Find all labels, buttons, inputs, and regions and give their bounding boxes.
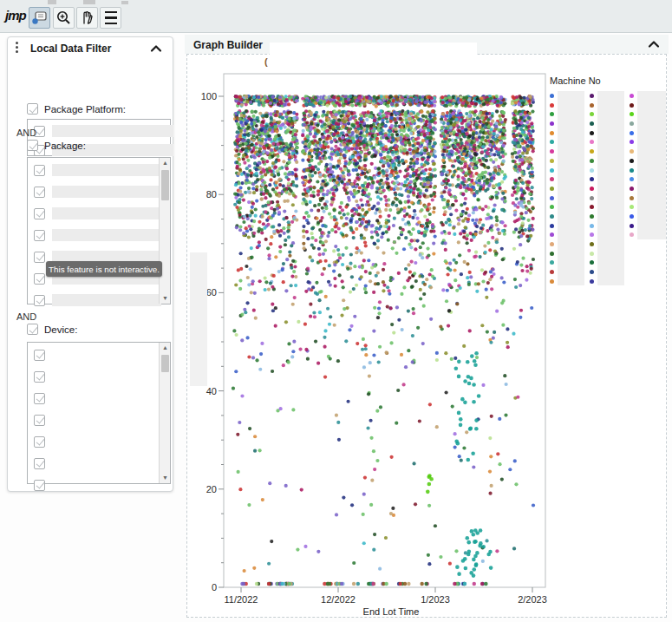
filter-value-checkbox[interactable] — [34, 458, 45, 469]
legend-color-dot — [590, 94, 594, 98]
scrollbar-thumb[interactable] — [161, 170, 169, 200]
legend-color-dot — [590, 214, 594, 219]
y-axis-label-redaction — [190, 252, 207, 386]
filter-value-checkbox[interactable] — [34, 350, 45, 361]
redacted-legend-label — [597, 128, 624, 138]
legend-color-dot — [590, 279, 594, 284]
collapse-chevron-icon[interactable] — [150, 44, 162, 53]
legend-color-dot — [630, 224, 634, 228]
x-tick-label: 2/2023 — [506, 594, 558, 605]
redacted-legend-label — [558, 128, 584, 138]
redacted-legend-label — [597, 166, 624, 175]
not-interactive-tooltip: This feature is not interactive. — [46, 261, 162, 277]
grabber-tool-button[interactable] — [76, 7, 98, 29]
redacted-value-label — [52, 164, 161, 176]
filter-value-row — [34, 349, 45, 361]
filter-value-checkbox[interactable] — [34, 208, 45, 219]
legend-color-dot — [550, 168, 554, 173]
redacted-legend-label — [597, 91, 624, 101]
filter-group-label: Package: — [44, 141, 86, 151]
redacted-legend-label — [597, 109, 624, 119]
filter-value-row — [34, 457, 45, 469]
redacted-legend-label — [558, 212, 584, 221]
listbox-scrollbar[interactable]: ▲▼ — [159, 158, 170, 304]
scatter-plot[interactable] — [225, 75, 545, 586]
redacted-legend-label — [597, 137, 624, 147]
filter-panel-header: Local Data Filter — [8, 37, 173, 60]
filter-value-row — [34, 392, 45, 404]
redacted-legend-label — [597, 101, 624, 110]
filter-value-checkbox[interactable] — [34, 295, 45, 306]
redacted-legend-label — [637, 137, 666, 147]
redacted-legend-label — [637, 193, 666, 203]
redacted-legend-label — [558, 156, 584, 166]
filter-group-label: Package Platform: — [44, 104, 126, 115]
filter-value-checkbox[interactable] — [34, 415, 45, 426]
filter-values-listbox[interactable]: ▲▼ — [27, 157, 171, 304]
redacted-legend-label — [597, 147, 624, 156]
redacted-legend-label — [558, 174, 584, 184]
filter-value-checkbox[interactable] — [34, 252, 45, 263]
redacted-legend-label — [558, 221, 584, 231]
graph-content-area: ( 020406080100 11/202212/20221/20232/202… — [186, 54, 667, 618]
redacted-legend-label — [558, 91, 584, 101]
menu-tool-button[interactable] — [100, 7, 121, 29]
legend-color-dot — [550, 242, 554, 246]
filter-value-row — [34, 164, 161, 176]
filter-value-checkbox[interactable] — [34, 187, 45, 198]
legend-color-dot — [590, 224, 594, 228]
legend-color-dot — [630, 159, 634, 163]
scroll-down-arrow[interactable]: ▼ — [160, 293, 171, 304]
scroll-up-arrow[interactable]: ▲ — [160, 343, 171, 353]
speech-bubble-icon — [31, 10, 48, 26]
jmp-logo: jmp — [5, 8, 26, 23]
legend-color-dot — [630, 214, 634, 219]
redacted-legend-label — [637, 101, 666, 110]
filter-value-checkbox[interactable] — [34, 393, 45, 404]
annotate-bubble-tool-button[interactable] — [29, 7, 50, 29]
scrollbar-thumb[interactable] — [161, 355, 169, 372]
redacted-legend-label — [597, 193, 624, 203]
graph-panel-title: Graph Builder — [193, 39, 263, 51]
redacted-value-label — [52, 229, 161, 241]
drag-grip-icon[interactable] — [16, 42, 19, 56]
redacted-legend-label — [637, 212, 666, 221]
redacted-legend-label — [597, 239, 624, 249]
filter-group-checkbox[interactable] — [27, 324, 38, 335]
filter-group-checkbox[interactable] — [27, 103, 38, 115]
redacted-legend-label — [558, 101, 584, 110]
scroll-down-arrow[interactable]: ▼ — [160, 473, 171, 483]
legend-color-dot — [550, 159, 554, 163]
zoom-tool-button[interactable] — [53, 7, 75, 29]
filter-value-checkbox[interactable] — [34, 165, 45, 176]
redacted-legend-label — [558, 193, 584, 203]
filter-group-row: Device: — [27, 324, 77, 335]
filter-group-checkbox[interactable] — [27, 140, 38, 151]
redacted-legend-label — [597, 119, 624, 128]
clipped-text-artifact — [121, 1, 128, 4]
collapse-chevron-icon[interactable] — [648, 40, 660, 49]
filter-value-row — [34, 207, 161, 219]
filter-value-checkbox[interactable] — [34, 480, 45, 491]
redacted-legend-label — [637, 184, 666, 193]
filter-value-checkbox[interactable] — [34, 436, 45, 448]
redacted-legend-label — [558, 184, 584, 193]
x-axis-title: End Lot Time — [313, 606, 469, 617]
legend-color-dot — [590, 159, 594, 163]
redacted-legend-label — [597, 156, 624, 166]
filter-values-listbox[interactable]: ▲▼ — [27, 342, 171, 484]
filter-value-checkbox[interactable] — [34, 371, 45, 383]
filter-value-checkbox[interactable] — [34, 273, 45, 285]
scroll-up-arrow[interactable]: ▲ — [160, 158, 171, 168]
redacted-legend-label — [597, 212, 624, 221]
redacted-legend-label — [637, 147, 666, 156]
legend-color-dot — [550, 94, 554, 98]
filter-value-row — [34, 435, 45, 448]
filter-operator-label: AND — [16, 128, 36, 138]
filter-value-checkbox[interactable] — [34, 230, 45, 241]
redacted-legend-label — [637, 174, 666, 184]
listbox-scrollbar[interactable]: ▲▼ — [159, 343, 170, 483]
x-tick-label: 1/2023 — [409, 594, 461, 605]
redacted-legend-label — [637, 109, 666, 119]
menu-icon — [105, 11, 117, 13]
